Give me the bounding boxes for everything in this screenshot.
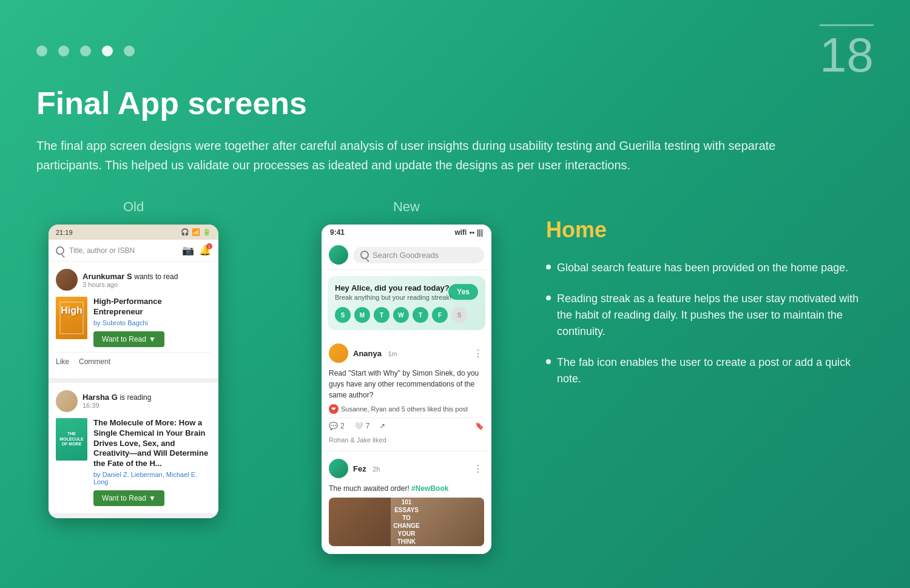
new-status-bar: 9:41 wifi ▪▪ ||| [322, 225, 491, 240]
user-info-1: Arunkumar S wants to read 3 hours ago [83, 272, 178, 288]
user-avatar-new[interactable] [329, 245, 348, 265]
want-read-btn-1[interactable]: Want to Read ▼ [93, 331, 164, 347]
dropdown-arrow-icon-2: ▼ [149, 494, 156, 502]
book-info-2: The Molecule of More: How a Single Chemi… [93, 418, 211, 506]
book-cover-molecule: THE MOLECULE OF MORE [56, 418, 87, 461]
yes-button[interactable]: Yes [448, 284, 478, 300]
page-number: 18 [820, 24, 874, 79]
new-search-box[interactable]: Search Goodreads [353, 247, 484, 263]
old-search-placeholder: Title, author or ISBN [69, 246, 177, 255]
old-user-row-2: Harsha G is reading 16:39 [56, 390, 211, 412]
search-icon [56, 246, 64, 255]
dot-4[interactable] [102, 46, 113, 56]
battery-icon: 🔋 [203, 228, 211, 236]
share-action-1[interactable]: ↗ [379, 422, 385, 430]
new-label: New [393, 199, 420, 215]
new-time: 9:41 [330, 228, 345, 237]
new-user-time-2: 2h [372, 465, 380, 473]
avatar-ananya [329, 343, 348, 363]
streak-card: Hey Alice, did you read today? Break any… [328, 276, 485, 330]
new-top-bar: Search Goodreads [322, 240, 491, 270]
post-text-1: Read "Start with Why" by Simon Sinek, do… [329, 368, 484, 400]
new-user-name-1: Ananya [353, 349, 382, 358]
avatar-arunkumar [56, 269, 78, 291]
bullet-text-3: The fab icon enables the user to create … [557, 354, 874, 387]
old-feed-item-1: Arunkumar S wants to read 3 hours ago Hi… [49, 262, 218, 383]
new-feed-item-1: Ananya 1m ⋮ Read "Start with Why" by Sim… [322, 336, 491, 451]
book-author-2: by Daniel Z. Lieberman, Michael E. Long [93, 471, 211, 485]
dot-2[interactable] [58, 46, 69, 56]
book-row-2: THE MOLECULE OF MORE The Molecule of Mor… [56, 418, 211, 506]
book-cover-high-performance: High [56, 297, 87, 339]
comment-action[interactable]: Comment [79, 357, 110, 366]
user-name-1: Arunkumar S wants to read [83, 272, 178, 281]
dot-3[interactable] [80, 46, 91, 56]
old-search-bar[interactable]: Title, author or ISBN 📷 🔔1 [49, 240, 218, 262]
old-time: 21:19 [56, 229, 73, 236]
old-label: Old [123, 199, 144, 215]
new-phone-mockup: 9:41 wifi ▪▪ ||| Search Goodreads [322, 225, 491, 554]
description: The final app screen designs were togeth… [36, 136, 825, 175]
old-section: Old 21:19 🎧 📶 🔋 Title, author or ISBN 📷 [36, 199, 231, 518]
day-s1: S [335, 307, 351, 323]
book-image-new: 101ESSAYSTOCHANGEYOURTHINK [329, 498, 484, 546]
heart-action-1[interactable]: 🤍 7 [354, 422, 370, 430]
comment-count-1: 2 [340, 422, 345, 430]
new-user-time-1: 1m [388, 350, 397, 357]
user-name-2: Harsha G is reading [83, 393, 151, 402]
user-time-1: 3 hours ago [83, 281, 178, 288]
new-user-info-2: Fez 2h [353, 463, 380, 474]
book-image-text: 101ESSAYSTOCHANGEYOURTHINK [393, 498, 419, 546]
comment-action-1[interactable]: 💬 2 [329, 422, 345, 430]
bullet-item-2: Reading streak as a feature helps the us… [546, 291, 874, 340]
like-emoji-icon: ❤ [329, 404, 339, 414]
heart-icon: 🤍 [354, 422, 363, 430]
old-user-row-1: Arunkumar S wants to read 3 hours ago [56, 269, 211, 291]
old-feed-item-2: Harsha G is reading 16:39 THE MOLECULE O… [49, 383, 218, 518]
day-m: M [354, 307, 370, 323]
comparison-area: Old 21:19 🎧 📶 🔋 Title, author or ISBN 📷 [36, 199, 874, 554]
camera-icon: 📷 [182, 245, 194, 256]
avatar-harsha [56, 390, 78, 412]
liked-by-1: Rohan & Jake liked [329, 436, 484, 444]
page-title: Final App screens [36, 85, 874, 121]
book-row-1: High High-Performance Entrepreneur by Su… [56, 297, 211, 347]
dot-1[interactable] [36, 46, 47, 56]
new-wifi-icon: wifi [454, 228, 467, 237]
bullet-item-1: Global search feature has been provided … [546, 260, 874, 276]
want-read-btn-2[interactable]: Want to Read ▼ [93, 490, 164, 506]
dropdown-arrow-icon: ▼ [149, 335, 156, 343]
heart-count-1: 7 [366, 422, 370, 430]
new-search-icon [360, 251, 369, 259]
new-user-row-2: Fez 2h ⋮ [329, 459, 484, 478]
bullet-list: Global search feature has been provided … [546, 260, 874, 387]
headphones-icon: 🎧 [181, 228, 189, 236]
dot-5[interactable] [124, 46, 135, 56]
share-icon: ↗ [379, 422, 385, 430]
old-status-icons: 🎧 📶 🔋 [181, 228, 211, 236]
likes-row-1: ❤ Susanne, Ryan and 5 others liked this … [329, 404, 484, 414]
post-text-2: The much awaited order! #NewBook [329, 483, 484, 494]
bookmark-icon: 🔖 [475, 422, 484, 430]
day-t1: T [374, 307, 389, 323]
book-title-1: High-Performance Entrepreneur [93, 297, 211, 317]
new-feed-item-2: Fez 2h ⋮ The much awaited order! #NewBoo… [322, 451, 491, 554]
bullet-dot-1 [546, 265, 551, 269]
notification-icon: 🔔1 [199, 245, 211, 256]
more-options-1[interactable]: ⋮ [472, 347, 484, 359]
book-info-1: High-Performance Entrepreneur by Subroto… [93, 297, 211, 347]
bookmark-action-1[interactable]: 🔖 [475, 422, 484, 430]
new-user-info-1: Ananya 1m [353, 348, 397, 359]
avatar-fez [329, 459, 348, 478]
user-info-2: Harsha G is reading 16:39 [83, 393, 151, 409]
bullet-text-2: Reading streak as a feature helps the us… [557, 291, 874, 340]
like-action[interactable]: Like [56, 357, 69, 366]
comment-icon: 💬 [329, 422, 338, 430]
dots-navigation [36, 46, 135, 56]
high-text: High [61, 305, 83, 316]
new-user-name-2: Fez [353, 464, 366, 473]
new-signal-icon: ||| [477, 228, 483, 237]
wifi-icon: 📶 [192, 228, 200, 236]
more-options-2[interactable]: ⋮ [472, 462, 484, 475]
book-author-1: by Subroto Bagchi [93, 319, 211, 326]
